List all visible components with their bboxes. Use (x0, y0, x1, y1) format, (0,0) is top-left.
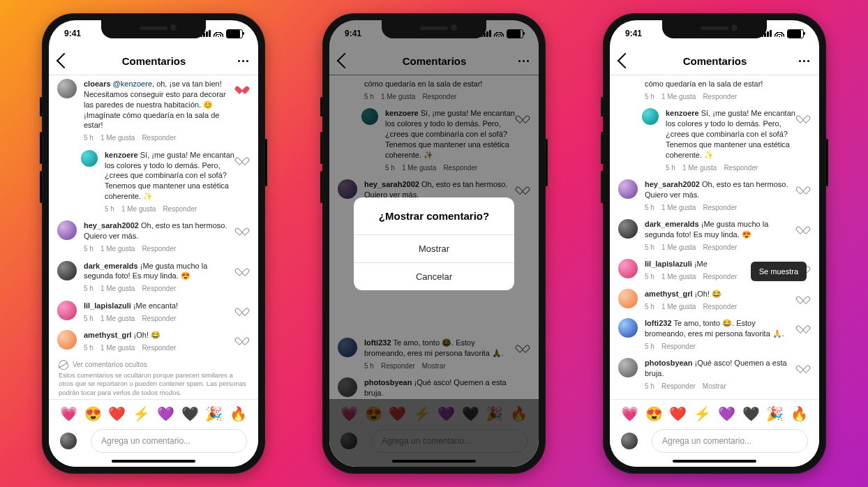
avatar[interactable] (57, 301, 77, 320)
modal-overlay[interactable]: ¿Mostrar comentario? Mostrar Cancelar (329, 20, 539, 467)
emoji-btn[interactable]: ⚡ (694, 405, 711, 422)
comment-amethyst[interactable]: amethyst_grl ¡Oh! 😂 5 h1 Me gustaRespond… (610, 285, 819, 314)
phone-3: 9:41 Comentarios cómo quedaría en la sal… (603, 13, 826, 474)
comment-cloears[interactable]: cloears @kenzoere, oh, ¡se va tan bien! … (49, 75, 258, 146)
emoji-btn[interactable]: 😍 (645, 405, 663, 422)
avatar[interactable] (81, 150, 98, 167)
emoji-btn[interactable]: ⚡ (133, 405, 150, 422)
avatar[interactable] (618, 179, 638, 199)
heart-outline-icon (238, 265, 246, 274)
back-button[interactable] (620, 55, 631, 66)
heart-outline-icon (238, 154, 246, 163)
heart-outline-icon (799, 322, 807, 331)
comment-photosbyean[interactable]: photosbyean ¡Qué asco! Quemen a esta bru… (610, 354, 819, 394)
heart-outline-icon (799, 362, 807, 370)
avatar[interactable] (618, 259, 638, 278)
avatar[interactable] (642, 108, 659, 125)
like-button[interactable] (234, 301, 250, 323)
emoji-btn[interactable]: 💗 (621, 405, 638, 422)
avatar[interactable] (618, 219, 638, 239)
battery-icon (787, 29, 804, 38)
eye-off-icon (59, 360, 68, 370)
page-title: Comentarios (122, 55, 186, 67)
emoji-btn[interactable]: 🖤 (742, 405, 760, 422)
avatar[interactable] (618, 318, 638, 338)
back-button[interactable] (59, 55, 70, 66)
emoji-row: 💗 😍 ❤️ ⚡ 💜 🖤 🎉 🔥 (621, 405, 808, 422)
emoji-btn[interactable]: 🖤 (181, 405, 199, 422)
avatar[interactable] (57, 261, 77, 280)
emoji-btn[interactable]: 💜 (157, 405, 174, 422)
comment-dark-emeralds[interactable]: dark_emeralds ¡Me gusta mucho la segunda… (49, 257, 258, 297)
avatar[interactable] (57, 220, 77, 240)
comment-dark-emeralds[interactable]: dark_emeralds ¡Me gusta mucho la segunda… (610, 215, 819, 255)
emoji-btn[interactable]: 🎉 (766, 405, 784, 422)
heart-outline-icon (238, 334, 246, 343)
like-button[interactable] (234, 150, 250, 214)
comment-kenzoere[interactable]: kenzoere Sí, ¡me gusta! Me encantan los … (49, 146, 258, 217)
my-avatar[interactable] (621, 433, 638, 449)
more-button[interactable] (238, 60, 248, 62)
avatar[interactable] (57, 330, 77, 350)
heart-outline-icon (238, 305, 246, 313)
hidden-comments-note: Estos comentarios se ocultaron porque pa… (59, 371, 248, 398)
toast-shown: Se muestra (751, 262, 807, 281)
wifi-icon (775, 30, 784, 37)
show-comment-dialog: ¿Mostrar comentario? Mostrar Cancelar (354, 197, 514, 290)
composer: 💗 😍 ❤️ ⚡ 💜 🖤 🎉 🔥 Agrega un comentario... (49, 399, 258, 467)
heart-filled-icon (238, 83, 246, 91)
emoji-btn[interactable]: 🔥 (791, 405, 808, 422)
comment-lofti[interactable]: lofti232 Te amo, tonto 😂. Estoy bromeand… (610, 314, 819, 354)
like-button[interactable] (795, 219, 811, 252)
emoji-row: 💗 😍 ❤️ ⚡ 💜 🖤 🎉 🔥 (60, 405, 247, 422)
comment-lil-lapislazuli[interactable]: lil_lapislazuli ¡Me encanta! 5 h1 Me gus… (49, 297, 258, 326)
like-button[interactable] (234, 261, 250, 294)
more-button[interactable] (799, 60, 809, 62)
dialog-cancel-button[interactable]: Cancelar (354, 263, 514, 290)
hidden-comments-section[interactable]: Ver comentarios ocultos Estos comentario… (49, 356, 258, 403)
battery-icon (226, 29, 243, 38)
emoji-btn[interactable]: ❤️ (108, 405, 126, 422)
heart-outline-icon (799, 112, 807, 121)
comments-list[interactable]: cloears @kenzoere, oh, ¡se va tan bien! … (49, 75, 258, 403)
comment-sarah[interactable]: hey_sarah2002 Oh, esto es tan hermoso. Q… (49, 216, 258, 256)
emoji-btn[interactable]: 🔥 (230, 405, 247, 422)
emoji-btn[interactable]: ❤️ (669, 405, 687, 422)
status-time: 9:41 (64, 29, 81, 38)
nav-bar: Comentarios (610, 47, 819, 75)
heart-outline-icon (799, 293, 807, 301)
comment-amethyst[interactable]: amethyst_grl ¡Oh! 😂 5 h1 Me gustaRespond… (49, 326, 258, 355)
home-indicator[interactable] (112, 460, 195, 463)
heart-outline-icon (799, 183, 807, 192)
chevron-left-icon (57, 53, 73, 69)
avatar[interactable] (57, 79, 77, 98)
emoji-btn[interactable]: 💜 (718, 405, 735, 422)
like-button[interactable] (795, 289, 811, 311)
like-button[interactable] (234, 79, 250, 143)
emoji-btn[interactable]: 😍 (84, 405, 102, 422)
dialog-show-button[interactable]: Mostrar (354, 235, 514, 263)
comments-list[interactable]: cómo quedaría en la sala de estar! 5 h1 … (610, 75, 819, 403)
hidden-comments-title: Ver comentarios ocultos (73, 360, 147, 370)
like-button[interactable] (795, 179, 811, 212)
like-button[interactable] (234, 220, 250, 253)
like-button[interactable] (234, 330, 250, 352)
avatar[interactable] (618, 358, 638, 377)
comment-kenzoere[interactable]: kenzoere Sí, ¡me gusta! Me encantan los … (610, 104, 819, 175)
emoji-btn[interactable]: 🎉 (205, 405, 223, 422)
home-indicator[interactable] (673, 460, 756, 463)
notch (101, 20, 206, 38)
phone-2: 9:41 Comentarios cómo quedaría en la sal… (322, 13, 546, 474)
phone-1: 9:41 Comentarios cloears @kenzoere, oh, … (42, 13, 265, 474)
comment-input[interactable]: Agrega un comentario... (652, 429, 808, 453)
heart-outline-icon (799, 223, 807, 232)
avatar[interactable] (618, 289, 638, 308)
like-button[interactable] (795, 108, 811, 172)
like-button[interactable] (795, 358, 811, 391)
comment-sarah[interactable]: hey_sarah2002 Oh, esto es tan hermoso. Q… (610, 175, 819, 215)
comment-input[interactable]: Agrega un comentario... (91, 429, 247, 453)
chevron-left-icon (618, 53, 634, 69)
my-avatar[interactable] (60, 433, 77, 449)
emoji-btn[interactable]: 💗 (60, 405, 77, 422)
like-button[interactable] (795, 318, 811, 351)
